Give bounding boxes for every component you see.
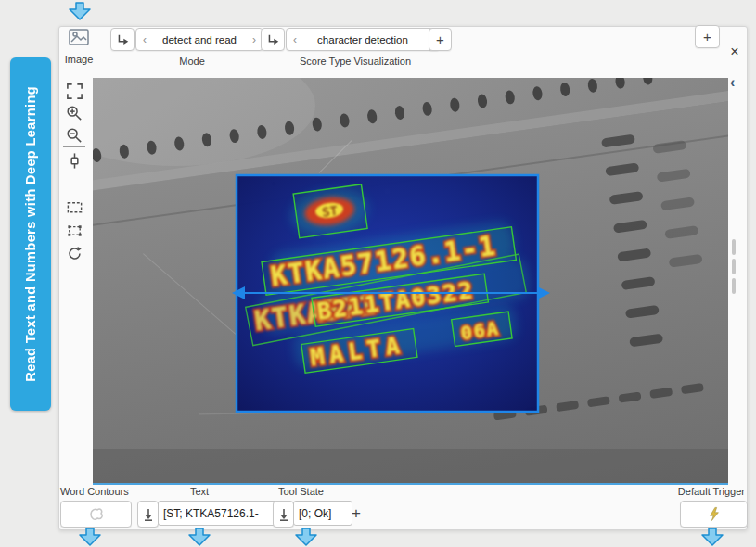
add-output-button[interactable]: +	[345, 502, 367, 526]
add-panel-button[interactable]: +	[695, 25, 720, 48]
dock-output-icon[interactable]	[273, 501, 294, 528]
tool-state-field[interactable]: [0; Ok]	[293, 501, 352, 526]
lightning-icon	[707, 506, 722, 522]
default-trigger-label: Default Trigger	[654, 486, 745, 497]
slider-handle-icon[interactable]	[64, 150, 84, 171]
score-prev-icon[interactable]: ‹	[293, 34, 297, 45]
flow-connector-bottom-icon[interactable]	[701, 528, 724, 546]
tool-tab-label: Read Text and Numbers with Deep Learning	[23, 86, 38, 382]
mode-prev-icon[interactable]: ‹	[143, 34, 147, 45]
image-label: Image	[59, 54, 98, 65]
mode-selector[interactable]: ‹ detect and read ›	[135, 28, 263, 51]
image-viewer[interactable]: ST KTKA57126.1-1 KTKA571 B211TA0322 MALT…	[93, 78, 728, 485]
contour-icon	[88, 506, 105, 523]
collapse-panel-icon[interactable]: ‹	[730, 74, 735, 91]
branch-arrow-icon[interactable]	[110, 28, 135, 51]
score-value: character detection	[313, 34, 413, 45]
text-label: Text	[190, 486, 209, 497]
toolbar-separator	[63, 146, 85, 147]
word-contours-output-button[interactable]	[60, 501, 132, 528]
flow-connector-bottom-icon[interactable]	[79, 528, 101, 546]
zoom-in-icon[interactable]	[64, 103, 84, 123]
flow-connector-bottom-icon[interactable]	[295, 528, 317, 546]
dock-output-icon[interactable]	[137, 501, 159, 528]
flow-connector-top-icon[interactable]	[69, 2, 91, 20]
rotate-region-icon[interactable]	[64, 243, 84, 263]
close-icon[interactable]: ×	[726, 44, 743, 60]
word-contours-label: Word Contours	[60, 486, 129, 497]
score-label: Score Type Visualization	[278, 56, 432, 67]
chip-photo: ST KTKA57126.1-1 KTKA571 B211TA0322 MALT…	[93, 78, 728, 483]
edit-region-icon[interactable]	[64, 220, 84, 240]
tool-state-label: Tool State	[278, 486, 324, 497]
zoom-out-icon[interactable]	[64, 125, 84, 146]
mode-value: detect and read	[158, 34, 241, 45]
score-type-selector[interactable]: ‹ character detection ›	[286, 28, 440, 51]
image-icon	[68, 28, 90, 46]
scroll-grip[interactable]	[732, 259, 736, 274]
select-region-icon[interactable]	[64, 197, 84, 217]
flow-connector-bottom-icon[interactable]	[188, 528, 211, 546]
add-visualization-button[interactable]: +	[429, 28, 452, 51]
heatmap-region: ST KTKA57126.1-1 KTKA571 B211TA0322 MALT…	[231, 163, 550, 412]
fit-view-icon[interactable]	[64, 81, 84, 101]
mode-next-icon[interactable]: ›	[252, 34, 256, 45]
scroll-grip[interactable]	[732, 278, 736, 294]
default-trigger-button[interactable]	[680, 501, 748, 528]
scroll-grip[interactable]	[732, 239, 736, 255]
mode-label: Mode	[135, 56, 249, 67]
text-result-field[interactable]: [ST; KTKA57126.1-	[158, 501, 280, 526]
app-stage: Read Text and Numbers with Deep Learning…	[0, 0, 756, 547]
tool-tab[interactable]: Read Text and Numbers with Deep Learning	[10, 57, 51, 411]
branch-arrow-icon[interactable]	[261, 28, 285, 51]
